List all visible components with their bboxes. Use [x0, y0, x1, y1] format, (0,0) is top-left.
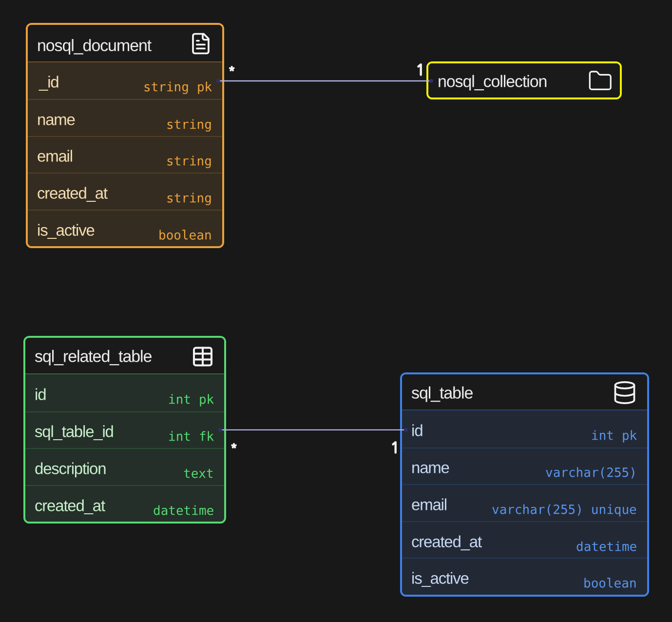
field-name: id [35, 385, 46, 404]
field-type-name: varchar(255) [492, 502, 583, 517]
field-constraint: fk [199, 429, 214, 444]
entity-nosql_document[interactable]: nosql_document_idstringpknamestringemail… [26, 23, 224, 248]
field-constraint: unique [591, 502, 637, 517]
field-type-name: text [183, 466, 214, 481]
field-type-name: datetime [576, 539, 637, 554]
entity-fields: idintpknamevarchar(255)emailvarchar(255)… [402, 410, 647, 595]
entity-fields: _idstringpknamestringemailstringcreated_… [28, 62, 222, 247]
field-type-name: int [168, 392, 191, 407]
field-type-name: boolean [158, 228, 212, 242]
field-name: created_at [35, 496, 105, 515]
field-type-name: string [143, 80, 189, 95]
entity-sql_table[interactable]: sql_tableidintpknamevarchar(255)emailvar… [400, 372, 649, 597]
entity-nosql_collection[interactable]: nosql_collection [426, 61, 622, 99]
field-row-id[interactable]: idintpk [25, 374, 224, 411]
field-type-name: string [166, 117, 212, 132]
field-row-email[interactable]: emailstring [28, 136, 222, 173]
folder-icon [588, 68, 613, 93]
field-type: intfk [168, 429, 214, 444]
field-row-name[interactable]: namevarchar(255) [402, 447, 647, 485]
database-icon [612, 379, 637, 405]
field-type: boolean [583, 576, 637, 590]
field-type: string [166, 154, 212, 169]
field-name: is_active [411, 569, 469, 588]
field-row-created_at[interactable]: created_atstring [28, 173, 222, 210]
table-icon [191, 344, 214, 368]
entity-title: nosql_collection [438, 72, 588, 91]
field-row-created_at[interactable]: created_atdatetime [25, 485, 224, 522]
diagram-canvas[interactable]: nosql_document_idstringpknamestringemail… [0, 0, 672, 622]
field-row-sql_table_id[interactable]: sql_table_idintfk [25, 411, 224, 448]
field-name: name [411, 459, 449, 477]
field-constraint: pk [199, 392, 214, 407]
field-name: email [37, 147, 73, 166]
field-name: description [35, 459, 106, 478]
field-type-name: int [591, 428, 614, 443]
field-name: _id [39, 73, 58, 92]
field-type: string [166, 191, 212, 205]
field-type: varchar(255) [545, 466, 637, 480]
field-type: datetime [576, 539, 637, 554]
entity-header-nosql_document[interactable]: nosql_document [28, 25, 222, 62]
field-name: email [411, 495, 447, 514]
field-type: varchar(255)unique [492, 502, 637, 517]
file-text-icon [189, 31, 212, 55]
field-type: intpk [168, 392, 214, 407]
entity-title: sql_table [411, 383, 612, 402]
field-type: boolean [158, 228, 212, 242]
field-row-description[interactable]: descriptiontext [25, 448, 224, 485]
field-type: text [183, 466, 214, 481]
field-type: intpk [591, 428, 637, 443]
field-row-email[interactable]: emailvarchar(255)unique [402, 484, 647, 521]
field-row-is_active[interactable]: is_activeboolean [402, 558, 647, 595]
field-type-name: boolean [583, 576, 637, 590]
field-type-name: string [166, 191, 212, 205]
field-name: created_at [411, 532, 481, 551]
entity-sql_related_table[interactable]: sql_related_tableidintpksql_table_idintf… [23, 336, 226, 524]
field-type: stringpk [143, 80, 212, 95]
field-row-is_active[interactable]: is_activeboolean [28, 210, 222, 247]
entity-header-sql_table[interactable]: sql_table [402, 374, 647, 410]
field-name: is_active [37, 221, 95, 239]
field-type-name: datetime [153, 503, 214, 518]
field-row-_id[interactable]: _idstringpk [28, 62, 222, 99]
field-row-id[interactable]: idintpk [402, 410, 647, 447]
field-row-created_at[interactable]: created_atdatetime [402, 521, 647, 558]
field-type: string [166, 117, 212, 132]
field-constraint: pk [622, 428, 637, 443]
entity-fields: idintpksql_table_idintfkdescriptiontextc… [25, 374, 224, 522]
entity-title: sql_related_table [35, 347, 191, 366]
entity-title: nosql_document [37, 36, 189, 55]
field-row-name[interactable]: namestring [28, 99, 222, 136]
field-type: datetime [153, 503, 214, 518]
field-name: name [37, 110, 75, 129]
entity-header-nosql_collection[interactable]: nosql_collection [428, 63, 620, 97]
entity-header-sql_related_table[interactable]: sql_related_table [25, 338, 224, 374]
field-type-name: varchar(255) [545, 466, 637, 480]
field-name: created_at [37, 184, 107, 203]
field-name: id [411, 421, 422, 440]
field-type-name: string [166, 154, 212, 169]
field-constraint: pk [197, 80, 212, 95]
field-name: sql_table_id [35, 423, 114, 441]
field-type-name: int [168, 429, 191, 444]
